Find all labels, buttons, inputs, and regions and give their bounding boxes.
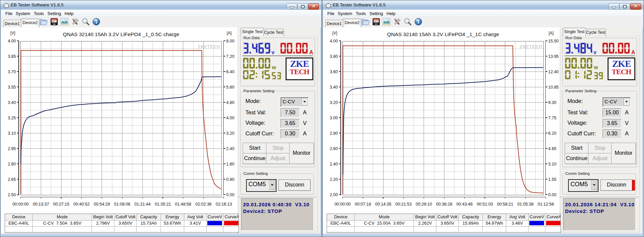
svg-text:01:12:56: 01:12:56 [538, 202, 554, 207]
svg-text:00:00:00: 00:00:00 [12, 202, 29, 207]
svg-text:3.10: 3.10 [548, 162, 556, 166]
svg-text:ZKETECH: ZKETECH [198, 44, 220, 49]
svg-text:2.50: 2.50 [8, 193, 16, 197]
svg-text:2.95: 2.95 [8, 146, 16, 151]
svg-text:01:35:21: 01:35:21 [155, 202, 171, 207]
svg-text:3.20: 3.20 [330, 100, 338, 105]
svg-text:QNAS 32140 15Ah 3.2V LiFePO4 _: QNAS 32140 15Ah 3.2V LiFePO4 _1_1C charg… [387, 31, 499, 37]
svg-text:2.80: 2.80 [330, 131, 338, 136]
svg-text:[A]: [A] [227, 31, 232, 35]
svg-text:00:27:15: 00:27:15 [53, 202, 70, 207]
svg-text:A: A [631, 49, 635, 55]
svg-text:v: v [272, 49, 275, 55]
svg-text:2.40: 2.40 [226, 146, 234, 151]
svg-text:[V]: [V] [332, 31, 337, 35]
svg-text:00:40:52: 00:40:52 [73, 202, 90, 207]
svg-text:12.40: 12.40 [548, 70, 559, 74]
svg-text:3.10: 3.10 [8, 131, 16, 136]
svg-text:4.00: 4.00 [330, 39, 338, 43]
svg-text:3.55: 3.55 [8, 85, 16, 90]
svg-text:6.40: 6.40 [226, 70, 234, 74]
svg-text:00:29:10: 00:29:10 [416, 202, 432, 207]
svg-text:9.30: 9.30 [548, 100, 556, 105]
svg-text:00:36:28: 00:36:28 [436, 202, 452, 207]
svg-text:02:02:36: 02:02:36 [195, 202, 212, 207]
svg-text:2.80: 2.80 [8, 162, 16, 166]
svg-text:00:51:03: 00:51:03 [477, 202, 493, 207]
svg-text:4.00: 4.00 [226, 116, 234, 120]
svg-text:02:16:13: 02:16:13 [216, 202, 232, 207]
svg-text:3.20: 3.20 [226, 131, 234, 136]
svg-text:4.00: 4.00 [8, 39, 16, 43]
svg-text:00:13:37: 00:13:37 [33, 202, 49, 207]
svg-text:ZKETECH: ZKETECH [520, 44, 542, 49]
svg-text:2.40: 2.40 [330, 162, 338, 166]
svg-text:01:21:44: 01:21:44 [134, 202, 151, 207]
svg-text:v: v [594, 49, 597, 55]
svg-text:5.60: 5.60 [226, 85, 234, 90]
svg-text:15.50: 15.50 [548, 39, 559, 43]
svg-text:2.20: 2.20 [330, 177, 338, 182]
svg-text:00:54:29: 00:54:29 [94, 202, 110, 207]
svg-text:2.65: 2.65 [8, 177, 16, 182]
svg-text:3.60: 3.60 [330, 70, 338, 74]
svg-text:1.60: 1.60 [226, 162, 234, 166]
svg-text:3.70: 3.70 [8, 70, 16, 74]
svg-text:3.40: 3.40 [8, 100, 16, 105]
svg-text:01:05:38: 01:05:38 [517, 202, 534, 207]
svg-text:4.80: 4.80 [226, 100, 234, 105]
svg-text:00:58:21: 00:58:21 [497, 202, 513, 207]
svg-text:1.55: 1.55 [548, 177, 556, 182]
svg-text:7.75: 7.75 [548, 116, 556, 120]
svg-text:w: w [272, 65, 276, 70]
svg-text:[V]: [V] [10, 31, 15, 35]
svg-text:A: A [309, 49, 313, 55]
svg-text:7.20: 7.20 [226, 54, 234, 59]
svg-text:0.00: 0.00 [548, 193, 556, 197]
svg-text:2.00: 2.00 [330, 193, 338, 197]
svg-text:6.20: 6.20 [548, 131, 556, 136]
svg-text:0.00: 0.00 [226, 193, 234, 197]
svg-text:3.00: 3.00 [330, 116, 338, 120]
svg-text:00:07:18: 00:07:18 [355, 202, 371, 207]
svg-text:4.65: 4.65 [548, 146, 556, 151]
svg-text:10.85: 10.85 [548, 85, 559, 90]
svg-text:00:21:53: 00:21:53 [395, 202, 412, 207]
svg-text:QNAS 32140 15Ah 3.2V LiFePO4 _: QNAS 32140 15Ah 3.2V LiFePO4 _1_0.5C cha… [63, 31, 179, 37]
svg-text:3.85: 3.85 [8, 54, 16, 59]
svg-text:00:00:00: 00:00:00 [334, 202, 351, 207]
svg-text:3.40: 3.40 [330, 85, 338, 90]
svg-text:3.25: 3.25 [8, 116, 16, 120]
svg-text:01:48:58: 01:48:58 [175, 202, 191, 207]
svg-text:[A]: [A] [549, 31, 554, 35]
svg-text:13.95: 13.95 [548, 54, 559, 59]
svg-text:w: w [594, 65, 598, 70]
svg-text:01:08:06: 01:08:06 [114, 202, 130, 207]
svg-text:00:14:35: 00:14:35 [375, 202, 392, 207]
svg-text:00:43:46: 00:43:46 [456, 202, 473, 207]
svg-text:8.00: 8.00 [226, 39, 234, 43]
svg-text:0.80: 0.80 [226, 177, 234, 182]
svg-text:2.60: 2.60 [330, 146, 338, 151]
svg-text:3.80: 3.80 [330, 54, 338, 59]
